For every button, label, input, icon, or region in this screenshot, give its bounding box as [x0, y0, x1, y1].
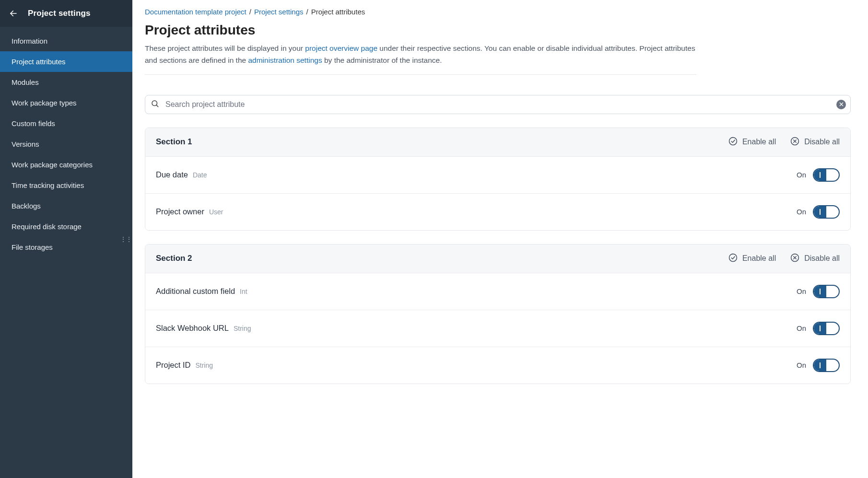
attribute-state-label: On: [797, 324, 806, 332]
attribute-control: On: [797, 285, 840, 298]
attribute-type: Int: [240, 288, 247, 295]
sidebar-item-versions[interactable]: Versions: [0, 134, 132, 154]
attribute-toggle[interactable]: [813, 285, 840, 298]
project-overview-link[interactable]: project overview page: [305, 44, 377, 52]
disable-all-button[interactable]: Disable all: [790, 137, 840, 148]
attribute-type: Date: [193, 171, 207, 179]
attribute-info: Project ownerUser: [156, 207, 223, 216]
attribute-row: Project ownerUserOn: [145, 193, 850, 230]
enable-all-button[interactable]: Enable all: [728, 253, 776, 264]
attribute-row: Due dateDateOn: [145, 156, 850, 193]
toggle-fill: [814, 323, 826, 334]
x-circle-icon: [790, 253, 799, 264]
attribute-info: Additional custom fieldInt: [156, 287, 247, 296]
desc-text: by the administrator of the instance.: [322, 56, 442, 64]
resize-handle-icon[interactable]: ⋮⋮: [120, 235, 131, 243]
attribute-state-label: On: [797, 171, 806, 179]
x-circle-icon: [790, 137, 799, 148]
toggle-fill: [814, 360, 826, 371]
attribute-control: On: [797, 322, 840, 335]
disable-all-label: Disable all: [804, 138, 840, 146]
breadcrumb-link[interactable]: Project settings: [254, 8, 304, 16]
attribute-state-label: On: [797, 287, 806, 295]
sidebar-item-custom-fields[interactable]: Custom fields: [0, 113, 132, 134]
sidebar-item-time-tracking-activities[interactable]: Time tracking activities: [0, 175, 132, 196]
toggle-fill: [814, 206, 826, 218]
main-content: Documentation template project/Project s…: [132, 0, 868, 478]
breadcrumb-separator: /: [249, 8, 251, 16]
search-icon: [151, 99, 159, 110]
attribute-toggle[interactable]: [813, 359, 840, 372]
attribute-name: Project owner: [156, 207, 204, 216]
attribute-row: Slack Webhook URLStringOn: [145, 310, 850, 347]
section-header: Section 1Enable allDisable all: [145, 128, 850, 156]
search-input[interactable]: [145, 95, 851, 114]
disable-all-label: Disable all: [804, 254, 840, 263]
section: Section 1Enable allDisable allDue dateDa…: [145, 128, 851, 231]
sidebar-item-project-attributes[interactable]: Project attributes: [0, 51, 132, 72]
section-title: Section 1: [156, 137, 192, 147]
attribute-toggle[interactable]: [813, 168, 840, 182]
attribute-info: Project IDString: [156, 361, 213, 370]
section-actions: Enable allDisable all: [728, 253, 840, 264]
sections-container: Section 1Enable allDisable allDue dateDa…: [145, 128, 851, 384]
check-circle-icon: [728, 137, 738, 148]
attribute-type: String: [195, 361, 213, 369]
back-arrow-icon[interactable]: [9, 9, 18, 18]
sidebar-title: Project settings: [28, 9, 91, 18]
page-title: Project attributes: [145, 23, 851, 38]
attribute-name: Due date: [156, 170, 188, 179]
desc-text: These project attributes will be display…: [145, 44, 305, 52]
disable-all-button[interactable]: Disable all: [790, 253, 840, 264]
attribute-toggle[interactable]: [813, 205, 840, 219]
breadcrumb-separator: /: [306, 8, 308, 16]
attribute-name: Slack Webhook URL: [156, 324, 229, 333]
attribute-row: Project IDStringOn: [145, 347, 850, 384]
sidebar-item-required-disk-storage[interactable]: Required disk storage: [0, 216, 132, 237]
attribute-toggle[interactable]: [813, 322, 840, 335]
attribute-state-label: On: [797, 208, 806, 216]
section-header: Section 2Enable allDisable all: [145, 245, 850, 273]
attribute-row: Additional custom fieldIntOn: [145, 273, 850, 310]
sidebar-header: Project settings: [0, 0, 132, 27]
attribute-state-label: On: [797, 361, 806, 369]
attribute-info: Slack Webhook URLString: [156, 324, 251, 333]
page-description: These project attributes will be display…: [145, 43, 696, 75]
breadcrumb-current: Project attributes: [311, 8, 365, 16]
breadcrumb-link[interactable]: Documentation template project: [145, 8, 246, 16]
attribute-name: Project ID: [156, 361, 190, 370]
clear-search-icon[interactable]: [836, 100, 846, 109]
enable-all-label: Enable all: [742, 138, 776, 146]
attribute-control: On: [797, 205, 840, 219]
sidebar-item-backlogs[interactable]: Backlogs: [0, 196, 132, 216]
sidebar-item-information[interactable]: Information: [0, 31, 132, 51]
administration-settings-link[interactable]: administration settings: [248, 56, 322, 64]
attribute-info: Due dateDate: [156, 170, 207, 179]
attribute-type: String: [234, 325, 251, 332]
sidebar-nav: InformationProject attributesModulesWork…: [0, 27, 132, 261]
toggle-fill: [814, 286, 826, 297]
sidebar-item-work-package-categories[interactable]: Work package categories: [0, 154, 132, 175]
svg-point-9: [729, 254, 737, 261]
sidebar-item-modules[interactable]: Modules: [0, 72, 132, 93]
attribute-type: User: [209, 208, 223, 216]
section: Section 2Enable allDisable allAdditional…: [145, 244, 851, 384]
search-wrap: [145, 95, 851, 114]
sidebar-item-work-package-types[interactable]: Work package types: [0, 93, 132, 113]
attribute-name: Additional custom field: [156, 287, 235, 296]
breadcrumb: Documentation template project/Project s…: [145, 8, 851, 16]
toggle-fill: [814, 169, 826, 181]
check-circle-icon: [728, 253, 738, 264]
enable-all-button[interactable]: Enable all: [728, 137, 776, 148]
svg-point-5: [729, 137, 737, 145]
section-title: Section 2: [156, 254, 192, 263]
sidebar: Project settings InformationProject attr…: [0, 0, 132, 478]
attribute-control: On: [797, 168, 840, 182]
section-actions: Enable allDisable all: [728, 137, 840, 148]
attribute-control: On: [797, 359, 840, 372]
enable-all-label: Enable all: [742, 254, 776, 263]
sidebar-item-file-storages[interactable]: File storages: [0, 237, 132, 257]
svg-line-2: [156, 105, 158, 106]
